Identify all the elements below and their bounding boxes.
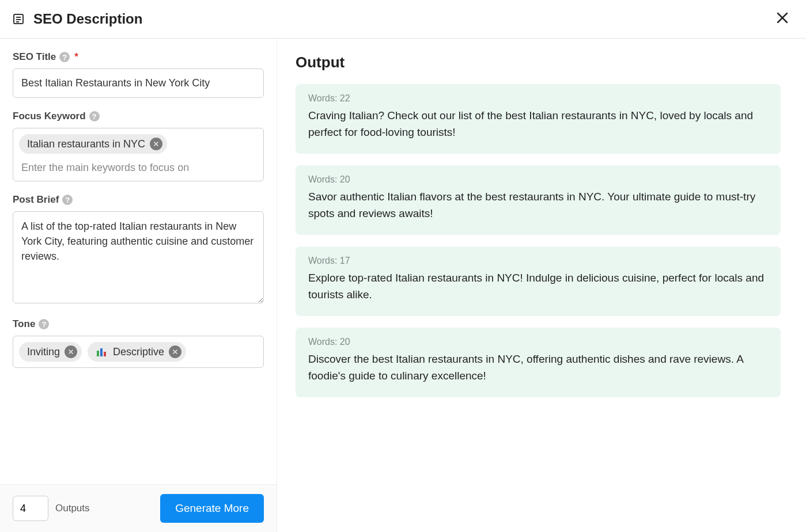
- output-text: Explore top-rated Italian restaurants in…: [308, 269, 768, 303]
- tone-label: Tone: [13, 318, 35, 330]
- post-brief-textarea[interactable]: A list of the top-rated Italian restaura…: [13, 211, 264, 303]
- remove-tag-button[interactable]: [169, 345, 181, 358]
- close-icon: [172, 346, 179, 358]
- required-marker: *: [74, 51, 78, 63]
- close-icon: [153, 138, 160, 150]
- close-button[interactable]: [775, 10, 790, 28]
- output-text: Discover the best Italian restaurants in…: [308, 351, 768, 385]
- output-card[interactable]: Words: 17Explore top-rated Italian resta…: [296, 246, 781, 316]
- tone-tags: InvitingDescriptive: [19, 342, 258, 362]
- tag-label: Italian restaurants in NYC: [27, 138, 145, 150]
- tag-label: Descriptive: [113, 346, 164, 358]
- modal-title: SEO Description: [33, 11, 142, 27]
- remove-tag-button[interactable]: [65, 345, 77, 358]
- field-tone: Tone ? InvitingDescriptive: [13, 318, 264, 368]
- seo-title-label: SEO Title: [13, 51, 56, 63]
- output-word-count: Words: 20: [308, 174, 768, 185]
- modal-header: SEO Description: [0, 0, 806, 39]
- focus-keyword-input[interactable]: [19, 157, 258, 177]
- outputs-label: Outputs: [55, 503, 90, 514]
- svg-rect-11: [100, 348, 103, 356]
- seo-title-label-row: SEO Title ? *: [13, 51, 264, 63]
- outputs-count-input[interactable]: [13, 496, 48, 521]
- modal-body: SEO Title ? * Focus Keyword ? Italian re…: [0, 39, 806, 532]
- close-icon: [775, 17, 790, 27]
- focus-keyword-label: Focus Keyword: [13, 111, 86, 122]
- focus-keyword-label-row: Focus Keyword ?: [13, 111, 264, 122]
- footer-left: Outputs: [13, 496, 90, 521]
- output-card[interactable]: Words: 20Discover the best Italian resta…: [296, 328, 781, 397]
- output-panel: Output Words: 22Craving Italian? Check o…: [277, 39, 806, 532]
- tone-box[interactable]: InvitingDescriptive: [13, 336, 264, 368]
- tone-label-row: Tone ?: [13, 318, 264, 330]
- field-focus-keyword: Focus Keyword ? Italian restaurants in N…: [13, 111, 264, 181]
- tone-tag: Descriptive: [88, 342, 186, 362]
- form-footer: Outputs Generate More: [0, 484, 277, 532]
- tone-tag: Inviting: [19, 342, 82, 362]
- focus-keyword-box[interactable]: Italian restaurants in NYC: [13, 128, 264, 181]
- bar-chart-icon: [96, 346, 107, 358]
- output-word-count: Words: 17: [308, 256, 768, 266]
- tag-label: Inviting: [27, 346, 60, 358]
- output-text: Savor authentic Italian flavors at the b…: [308, 188, 768, 222]
- post-brief-label-row: Post Brief ?: [13, 194, 264, 206]
- help-icon[interactable]: ?: [59, 52, 70, 62]
- svg-rect-12: [104, 352, 106, 356]
- field-post-brief: Post Brief ? A list of the top-rated Ita…: [13, 194, 264, 306]
- help-icon[interactable]: ?: [89, 111, 100, 121]
- seo-title-input[interactable]: [13, 69, 264, 98]
- form-panel: SEO Title ? * Focus Keyword ? Italian re…: [0, 39, 277, 532]
- seo-description-icon: [12, 12, 25, 26]
- svg-rect-10: [97, 351, 99, 356]
- output-word-count: Words: 22: [308, 93, 768, 104]
- focus-keyword-tags: Italian restaurants in NYC: [19, 134, 258, 154]
- output-card[interactable]: Words: 22Craving Italian? Check out our …: [296, 84, 781, 154]
- field-seo-title: SEO Title ? *: [13, 51, 264, 98]
- output-cards: Words: 22Craving Italian? Check out our …: [296, 84, 781, 397]
- generate-more-button[interactable]: Generate More: [160, 494, 264, 523]
- focus-keyword-tag: Italian restaurants in NYC: [19, 134, 167, 154]
- close-icon: [67, 346, 74, 358]
- help-icon[interactable]: ?: [62, 195, 73, 205]
- post-brief-label: Post Brief: [13, 194, 59, 206]
- output-heading: Output: [296, 54, 781, 71]
- remove-tag-button[interactable]: [150, 138, 162, 150]
- output-text: Craving Italian? Check out our list of t…: [308, 107, 768, 141]
- form-scroll[interactable]: SEO Title ? * Focus Keyword ? Italian re…: [0, 39, 277, 484]
- output-card[interactable]: Words: 20Savor authentic Italian flavors…: [296, 165, 781, 235]
- help-icon[interactable]: ?: [39, 319, 49, 329]
- output-word-count: Words: 20: [308, 337, 768, 347]
- header-left: SEO Description: [12, 11, 142, 27]
